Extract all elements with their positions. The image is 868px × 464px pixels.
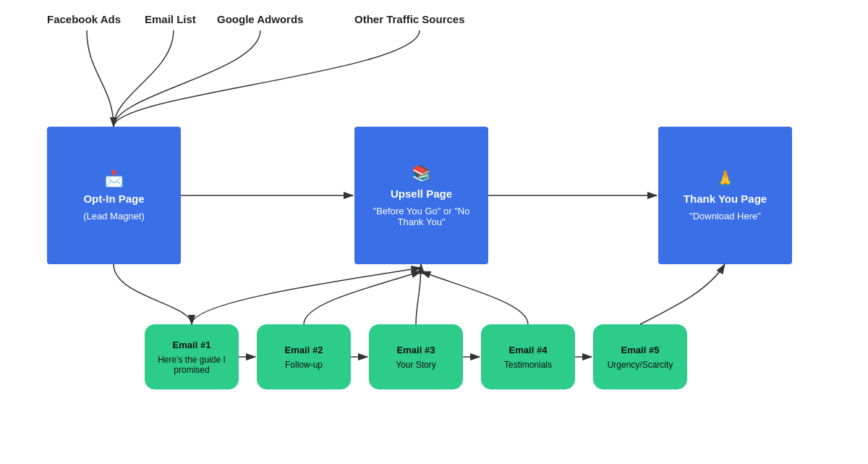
email4-title: Email #4 [509, 345, 548, 355]
thankyou-title: Thank You Page [684, 193, 767, 205]
upsell-emoji: 📚 [412, 164, 431, 183]
optin-page-box: 📩 Opt-In Page (Lead Magnet) [47, 127, 181, 264]
traffic-label-other: Other Traffic Sources [354, 13, 465, 25]
diagram: Facebook Ads Email List Google Adwords O… [0, 0, 868, 464]
thankyou-subtitle: "Download Here" [689, 211, 761, 222]
email5-box: Email #5 Urgency/Scarcity [593, 324, 687, 389]
upsell-title: Upsell Page [391, 187, 452, 200]
email4-box: Email #4 Testimonials [481, 324, 575, 389]
traffic-label-email: Email List [145, 13, 196, 25]
email2-subtitle: Follow-up [285, 360, 323, 370]
traffic-label-google: Google Adwords [217, 13, 303, 25]
email1-box: Email #1 Here's the guide I promised [145, 324, 239, 389]
upsell-subtitle: "Before You Go" or "No Thank You" [362, 206, 481, 227]
email5-subtitle: Urgency/Scarcity [608, 360, 673, 370]
thankyou-emoji: 🙏 [715, 169, 735, 188]
email1-title: Email #1 [173, 339, 211, 350]
upsell-page-box: 📚 Upsell Page "Before You Go" or "No Tha… [354, 127, 488, 264]
optin-subtitle: (Lead Magnet) [83, 211, 145, 222]
email3-box: Email #3 Your Story [369, 324, 463, 389]
email1-subtitle: Here's the guide I promised [150, 355, 233, 375]
email3-title: Email #3 [397, 345, 435, 355]
email2-title: Email #2 [285, 345, 323, 355]
optin-emoji: 📩 [104, 169, 124, 188]
email4-subtitle: Testimonials [504, 360, 552, 370]
email3-subtitle: Your Story [396, 360, 436, 370]
thankyou-page-box: 🙏 Thank You Page "Download Here" [658, 127, 792, 264]
optin-title: Opt-In Page [83, 193, 144, 205]
traffic-label-fb: Facebook Ads [47, 13, 121, 25]
email2-box: Email #2 Follow-up [257, 324, 351, 389]
email5-title: Email #5 [621, 345, 660, 355]
